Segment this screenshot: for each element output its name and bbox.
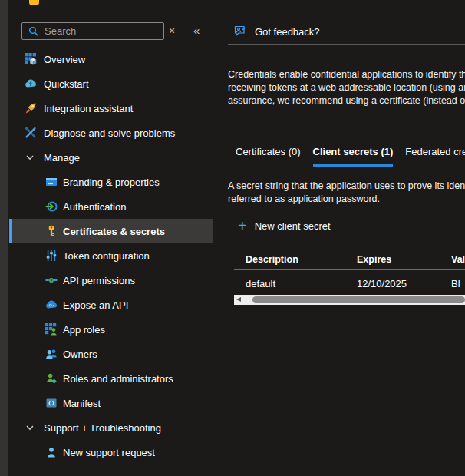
intro-line: assurance, we recommend using a certific… [228, 94, 465, 107]
app-root: × « [0, 0, 465, 476]
scrollbar-thumb[interactable] [252, 296, 465, 303]
search-input[interactable] [45, 25, 157, 37]
tab-client-secrets[interactable]: Client secrets (1) [313, 146, 394, 167]
collapse-sidebar-button[interactable]: « [193, 25, 199, 36]
main-content: Got feedback? Credentials enable confide… [217, 0, 465, 476]
chevron-down-icon [25, 151, 35, 164]
person-icon [45, 446, 58, 458]
new-client-secret-button[interactable]: + New client secret [238, 217, 331, 234]
new-client-secret-label: New client secret [255, 220, 331, 232]
sidebar-item-roles-and-administrators[interactable]: Roles and administrators [8, 366, 217, 391]
sidebar-item-authentication[interactable]: Authentication [8, 194, 217, 219]
sidebar-item-expose-an-api[interactable]: Expose an API [8, 293, 217, 317]
clear-search-button[interactable]: × [169, 25, 175, 36]
authentication-icon [45, 200, 58, 213]
quickstart-icon [25, 78, 37, 90]
got-feedback-button[interactable]: Got feedback? [234, 24, 320, 39]
cell-value: Bl [451, 278, 460, 289]
sidebar-item-owners[interactable]: Owners [8, 342, 217, 366]
feedback-icon [234, 25, 248, 38]
search-icon [28, 26, 39, 37]
credentials-intro-text: Credentials enable confidential applicat… [228, 68, 465, 107]
sidebar-item-label: Roles and administrators [63, 373, 173, 385]
sidebar-item-branding-properties[interactable]: Branding & properties [8, 170, 217, 194]
tab-federated-credentials[interactable]: Federated credentials [405, 146, 465, 167]
sidebar-item-manifest[interactable]: Manifest [8, 391, 217, 415]
sidebar-item-token-configuration[interactable]: Token configuration [8, 243, 217, 268]
sidebar-item-diagnose-and-solve-problems[interactable]: Diagnose and solve problems [8, 121, 217, 145]
column-header-expires: Expires [357, 254, 391, 265]
sidebar-item-label: Branding & properties [63, 177, 160, 188]
manifest-icon [45, 397, 58, 409]
sidebar-item-label: Quickstart [44, 78, 89, 90]
sliders-icon [45, 250, 58, 262]
intro-line: receiving tokens at a web addressable lo… [228, 81, 465, 94]
sidebar-item-label: Integration assistant [44, 103, 133, 114]
search-box[interactable] [21, 22, 164, 40]
key-icon [45, 225, 58, 237]
sidebar-nav: Overview Quickstart [8, 47, 217, 464]
tab-certificates[interactable]: Certificates (0) [236, 146, 301, 167]
roles-administrators-icon [45, 372, 58, 385]
cell-description: default [246, 278, 275, 289]
sidebar-item-api-permissions[interactable]: API permissions [8, 268, 217, 293]
sidebar: × « [8, 0, 217, 476]
expose-api-icon [45, 299, 58, 311]
description-line: referred to as application password. [228, 193, 465, 206]
cell-expires: 12/10/2025 [357, 278, 407, 289]
sidebar-item-label: Token configuration [63, 250, 150, 262]
branding-icon [45, 176, 58, 188]
sidebar-item-overview[interactable]: Overview [8, 47, 217, 71]
sidebar-item-new-support-request[interactable]: New support request [8, 440, 217, 464]
toolbar-divider [228, 44, 465, 45]
table-header-divider [234, 269, 465, 270]
background-blade-edge [0, 0, 8, 476]
horizontal-scrollbar[interactable] [234, 295, 465, 305]
intro-line: Credentials enable confidential applicat… [228, 68, 465, 81]
sidebar-group-label: Manage [44, 152, 80, 164]
api-permissions-icon [45, 274, 58, 286]
blade-title-key-icon [29, 0, 39, 5]
sidebar-item-certificates-secrets[interactable]: Certificates & secrets [9, 219, 213, 243]
tools-icon [25, 127, 37, 139]
scroll-left-arrow-icon[interactable] [236, 297, 241, 302]
sidebar-item-label: API permissions [63, 275, 135, 286]
sidebar-item-integration-assistant[interactable]: Integration assistant [8, 96, 217, 121]
sidebar-group-manage[interactable]: Manage [8, 145, 217, 170]
sidebar-item-label: Manifest [63, 398, 101, 409]
app-roles-icon [45, 323, 58, 336]
sidebar-item-label: Overview [44, 54, 85, 65]
sidebar-group-support-troubleshooting[interactable]: Support + Troubleshooting [8, 415, 217, 440]
client-secret-description: A secret string that the application use… [228, 180, 465, 206]
column-header-description: Description [246, 254, 298, 265]
tab-bar: Certificates (0) Client secrets (1) Fede… [236, 146, 465, 167]
description-line: A secret string that the application use… [228, 180, 465, 193]
sidebar-item-label: Certificates & secrets [63, 226, 165, 237]
owners-icon [45, 348, 58, 360]
chevron-down-icon [25, 421, 35, 434]
rocket-icon [25, 102, 37, 114]
sidebar-group-label: Support + Troubleshooting [44, 422, 161, 434]
column-header-value: Value [451, 254, 465, 265]
sidebar-item-label: Diagnose and solve problems [44, 127, 175, 139]
sidebar-item-app-roles[interactable]: App roles [8, 317, 217, 342]
sidebar-item-label: Owners [63, 349, 97, 360]
sidebar-item-label: App roles [63, 324, 105, 336]
sidebar-item-label: Authentication [63, 201, 126, 213]
feedback-label: Got feedback? [255, 26, 320, 38]
plus-icon: + [238, 220, 247, 232]
sidebar-item-quickstart[interactable]: Quickstart [8, 71, 217, 96]
overview-icon [25, 53, 37, 65]
sidebar-item-label: New support request [63, 447, 155, 458]
sidebar-item-label: Expose an API [63, 299, 128, 311]
